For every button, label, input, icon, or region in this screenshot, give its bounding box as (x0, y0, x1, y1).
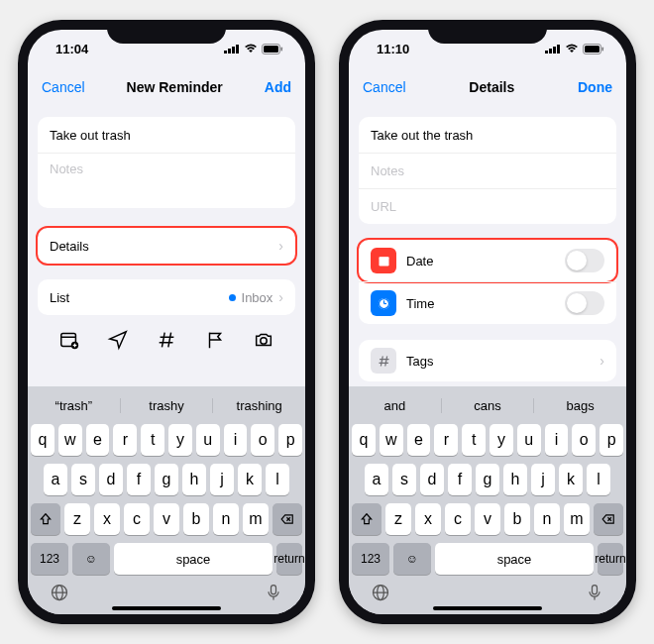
backspace-key[interactable] (272, 503, 302, 535)
key-h[interactable]: h (182, 464, 206, 495)
backspace-key[interactable] (594, 503, 623, 535)
suggestion-1[interactable]: “trash” (28, 398, 121, 413)
key-x[interactable]: x (94, 503, 120, 535)
tags-card[interactable]: Tags › (359, 340, 616, 381)
key-y[interactable]: y (490, 424, 513, 456)
key-e[interactable]: e (86, 424, 110, 456)
key-g[interactable]: g (155, 464, 178, 495)
key-d[interactable]: d (99, 464, 123, 495)
date-toggle[interactable] (565, 249, 604, 272)
status-icons (545, 44, 604, 54)
url-input[interactable]: URL (359, 188, 616, 224)
location-icon[interactable] (107, 329, 129, 351)
key-f[interactable]: f (448, 464, 472, 495)
date-row[interactable]: Date (359, 240, 616, 281)
key-z[interactable]: z (385, 503, 411, 535)
mic-icon[interactable] (585, 583, 604, 602)
globe-icon[interactable] (50, 583, 69, 602)
key-p[interactable]: p (278, 424, 302, 456)
title-input[interactable]: Take out the trash (359, 117, 616, 153)
key-s[interactable]: s (392, 464, 416, 495)
key-i[interactable]: i (224, 424, 248, 456)
numbers-key[interactable]: 123 (352, 543, 389, 575)
time-toggle[interactable] (565, 291, 604, 315)
key-k[interactable]: k (559, 464, 583, 495)
space-key[interactable]: space (435, 543, 594, 575)
suggestion-3[interactable]: trashing (213, 398, 305, 413)
calendar-add-icon[interactable] (58, 329, 80, 351)
key-b[interactable]: b (183, 503, 209, 535)
key-o[interactable]: o (572, 424, 596, 456)
cancel-button[interactable]: Cancel (42, 79, 85, 95)
title-input[interactable]: Take out trash (38, 117, 295, 153)
emoji-key[interactable]: ☺ (72, 543, 110, 575)
key-n[interactable]: n (213, 503, 239, 535)
key-v[interactable]: v (475, 503, 500, 535)
key-w[interactable]: w (58, 424, 82, 456)
home-indicator[interactable] (433, 606, 542, 610)
key-l[interactable]: l (266, 464, 289, 495)
key-m[interactable]: m (564, 503, 590, 535)
key-u[interactable]: u (196, 424, 220, 456)
cancel-button[interactable]: Cancel (363, 79, 406, 95)
shift-key[interactable] (31, 503, 60, 535)
key-row-2: a s d f g h j k l (349, 460, 626, 499)
space-key[interactable]: space (114, 543, 272, 575)
time-row[interactable]: Time (359, 281, 616, 324)
key-j[interactable]: j (210, 464, 234, 495)
emoji-key[interactable]: ☺ (393, 543, 431, 575)
key-t[interactable]: t (141, 424, 164, 456)
key-i[interactable]: i (545, 424, 569, 456)
key-u[interactable]: u (517, 424, 541, 456)
key-w[interactable]: w (380, 424, 403, 456)
list-value: Inbox (242, 290, 273, 305)
key-e[interactable]: e (407, 424, 431, 456)
add-button[interactable]: Add (265, 79, 291, 95)
return-key[interactable]: return (276, 543, 302, 575)
list-row[interactable]: List Inbox › (38, 279, 295, 315)
key-h[interactable]: h (503, 464, 527, 495)
suggestion-2[interactable]: trashy (121, 398, 214, 413)
key-s[interactable]: s (71, 464, 95, 495)
key-t[interactable]: t (462, 424, 486, 456)
notes-input[interactable]: Notes (38, 153, 295, 208)
key-r[interactable]: r (434, 424, 458, 456)
key-f[interactable]: f (127, 464, 151, 495)
suggestion-1[interactable]: and (349, 398, 442, 413)
key-v[interactable]: v (154, 503, 179, 535)
suggestion-3[interactable]: bags (534, 398, 626, 413)
return-key[interactable]: return (598, 543, 623, 575)
details-row[interactable]: Details › (38, 228, 295, 264)
key-q[interactable]: q (31, 424, 54, 456)
key-y[interactable]: y (168, 424, 192, 456)
done-button[interactable]: Done (578, 79, 612, 95)
key-n[interactable]: n (534, 503, 560, 535)
key-l[interactable]: l (587, 464, 610, 495)
key-q[interactable]: q (352, 424, 376, 456)
mic-icon[interactable] (264, 583, 283, 602)
key-c[interactable]: c (445, 503, 471, 535)
key-m[interactable]: m (243, 503, 269, 535)
key-o[interactable]: o (251, 424, 274, 456)
numbers-key[interactable]: 123 (31, 543, 68, 575)
globe-icon[interactable] (371, 583, 390, 602)
key-k[interactable]: k (238, 464, 262, 495)
notes-input[interactable]: Notes (359, 153, 616, 188)
home-indicator[interactable] (112, 606, 221, 610)
key-x[interactable]: x (415, 503, 441, 535)
flag-icon[interactable] (204, 329, 226, 351)
key-a[interactable]: a (44, 464, 67, 495)
key-a[interactable]: a (365, 464, 388, 495)
key-r[interactable]: r (113, 424, 137, 456)
key-j[interactable]: j (531, 464, 555, 495)
camera-icon[interactable] (253, 329, 274, 351)
key-b[interactable]: b (504, 503, 530, 535)
shift-key[interactable] (352, 503, 382, 535)
key-c[interactable]: c (124, 503, 150, 535)
hashtag-icon[interactable] (156, 329, 177, 351)
key-z[interactable]: z (64, 503, 90, 535)
key-p[interactable]: p (600, 424, 623, 456)
suggestion-2[interactable]: cans (442, 398, 535, 413)
key-g[interactable]: g (476, 464, 499, 495)
key-d[interactable]: d (420, 464, 444, 495)
